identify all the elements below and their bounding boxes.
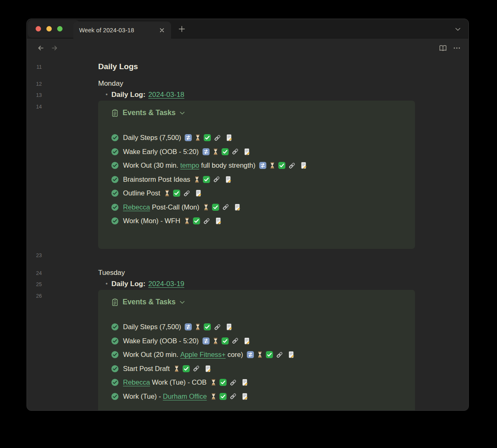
memo-icon bbox=[234, 203, 241, 211]
task-text: Start Post Draft bbox=[123, 365, 170, 373]
tab-week-of-2024-03-18[interactable]: Week of 2024-03-18 bbox=[73, 22, 171, 39]
editor-scroller[interactable]: 11 12 13 14 23 24 25 26 Daily Logs Monda… bbox=[27, 58, 468, 411]
clipboard-icon bbox=[111, 298, 119, 306]
daily-log-date-link[interactable]: 2024-03-19 bbox=[148, 280, 184, 288]
task-emoji-icons bbox=[246, 351, 295, 359]
list-bullet: • bbox=[106, 280, 108, 287]
list-bullet: • bbox=[106, 91, 108, 98]
task-done-circle-check-icon[interactable] bbox=[111, 203, 119, 211]
embed-header[interactable]: Events & Tasks bbox=[111, 106, 405, 120]
task-text: Wake Early (OOB - 5:20) bbox=[123, 148, 199, 156]
check-icon bbox=[193, 217, 200, 225]
link-icon bbox=[288, 161, 296, 170]
task-done-circle-check-icon[interactable] bbox=[111, 337, 119, 345]
task-row[interactable]: Outline Post bbox=[111, 186, 405, 200]
task-emoji-icons bbox=[183, 217, 222, 225]
memo-icon bbox=[225, 323, 233, 331]
task-done-circle-check-icon[interactable] bbox=[111, 217, 119, 225]
check-icon bbox=[221, 148, 229, 156]
navigate-back-icon[interactable] bbox=[36, 43, 45, 53]
memo-icon bbox=[300, 161, 307, 169]
repeat-icon bbox=[202, 148, 210, 156]
hourglass-icon bbox=[256, 351, 263, 359]
task-row[interactable]: Work Out (30 min. tempo full body streng… bbox=[111, 159, 405, 173]
collapse-chevron-down-icon[interactable] bbox=[179, 300, 185, 305]
task-row[interactable]: Work Out (20 min. Apple Fitness+ core) bbox=[111, 348, 405, 362]
link-icon bbox=[212, 175, 221, 183]
task-row[interactable]: Daily Steps (7,500) bbox=[111, 131, 405, 145]
task-done-circle-check-icon[interactable] bbox=[111, 393, 119, 400]
hourglass-icon bbox=[203, 203, 210, 211]
task-inline-link[interactable]: Apple Fitness+ bbox=[180, 351, 226, 359]
task-row[interactable]: Wake Early (OOB - 5:20) bbox=[111, 145, 405, 159]
new-tab-plus-icon[interactable] bbox=[176, 23, 188, 35]
check-icon bbox=[203, 134, 211, 142]
task-row[interactable]: Daily Steps (7,500) bbox=[111, 320, 405, 334]
task-done-circle-check-icon[interactable] bbox=[111, 365, 119, 373]
memo-icon bbox=[241, 393, 248, 400]
link-icon bbox=[213, 134, 222, 142]
task-done-circle-check-icon[interactable] bbox=[111, 176, 119, 183]
collapse-chevron-down-icon[interactable] bbox=[179, 111, 185, 116]
task-emoji-icons bbox=[193, 175, 232, 183]
task-done-circle-check-icon[interactable] bbox=[111, 148, 119, 156]
task-text: core) bbox=[226, 351, 243, 359]
memo-icon bbox=[287, 351, 295, 359]
check-icon bbox=[219, 378, 227, 386]
task-done-circle-check-icon[interactable] bbox=[111, 378, 119, 386]
task-text: Post-Call (Mon) bbox=[150, 203, 199, 211]
app-window: Week of 2024-03-18 11 12 13 14 bbox=[27, 19, 469, 411]
task-row[interactable]: Rebecca Post-Call (Mon) bbox=[111, 200, 405, 214]
task-row[interactable]: Wake Early (OOB - 5:20) bbox=[111, 334, 405, 348]
task-inline-link[interactable]: Rebecca bbox=[123, 203, 150, 211]
task-done-circle-check-icon[interactable] bbox=[111, 323, 119, 331]
hourglass-icon bbox=[269, 161, 276, 169]
memo-icon bbox=[204, 365, 212, 373]
task-text: full body strength) bbox=[199, 161, 256, 169]
task-row[interactable]: Brainstorm Post Ideas bbox=[111, 173, 405, 187]
task-done-circle-check-icon[interactable] bbox=[111, 134, 119, 142]
repeat-icon bbox=[246, 351, 254, 359]
daily-log-line-tuesday: •Daily Log:2024-03-19 bbox=[106, 280, 184, 288]
day-heading-monday: Monday bbox=[98, 79, 123, 88]
minimize-window-button[interactable] bbox=[46, 26, 52, 31]
memo-icon bbox=[225, 134, 233, 142]
embed-header[interactable]: Events & Tasks bbox=[111, 295, 405, 309]
task-done-circle-check-icon[interactable] bbox=[111, 189, 119, 197]
task-emoji-icons bbox=[210, 378, 248, 387]
task-row[interactable]: Work (Mon) - WFH bbox=[111, 214, 405, 228]
task-done-circle-check-icon[interactable] bbox=[111, 161, 119, 169]
task-emoji-icons bbox=[210, 392, 248, 400]
task-inline-link[interactable]: tempo bbox=[180, 161, 199, 169]
hourglass-icon bbox=[194, 134, 201, 142]
task-emoji-icons bbox=[203, 203, 241, 211]
line-number: 26 bbox=[27, 292, 42, 300]
hourglass-icon bbox=[183, 217, 191, 225]
task-text: Work (Mon) - WFH bbox=[123, 217, 180, 225]
tab-close-icon[interactable] bbox=[157, 25, 167, 35]
task-emoji-icons bbox=[202, 337, 251, 345]
close-window-button[interactable] bbox=[36, 26, 41, 31]
hourglass-icon bbox=[210, 378, 217, 386]
navigate-forward-icon[interactable] bbox=[50, 43, 59, 53]
task-row[interactable]: Work (Tue) - Durham Office bbox=[111, 390, 405, 404]
events-tasks-embed-tuesday: Events & Tasks Daily Steps (7,500) Wake … bbox=[98, 290, 415, 411]
reading-mode-book-icon[interactable] bbox=[438, 43, 448, 53]
task-text: Work (Tue) - bbox=[123, 393, 163, 400]
task-emoji-icons bbox=[259, 161, 307, 170]
daily-log-date-link[interactable]: 2024-03-18 bbox=[148, 91, 184, 99]
line-number: 24 bbox=[27, 270, 42, 277]
link-icon bbox=[222, 203, 230, 211]
embed-title: Events & Tasks bbox=[123, 108, 176, 117]
task-done-circle-check-icon[interactable] bbox=[111, 351, 119, 359]
hourglass-icon bbox=[164, 189, 171, 197]
more-options-ellipsis-icon[interactable] bbox=[452, 43, 462, 53]
tab-list-chevron-down-icon[interactable] bbox=[454, 25, 462, 33]
memo-icon bbox=[195, 189, 202, 197]
line-number: 11 bbox=[27, 63, 42, 71]
zoom-window-button[interactable] bbox=[57, 26, 63, 31]
task-inline-link[interactable]: Rebecca bbox=[123, 378, 150, 386]
task-row[interactable]: Start Post Draft bbox=[111, 362, 405, 376]
task-inline-link[interactable]: Durham Office bbox=[163, 393, 207, 400]
task-row[interactable]: Rebecca Work (Tue) - COB bbox=[111, 376, 405, 390]
